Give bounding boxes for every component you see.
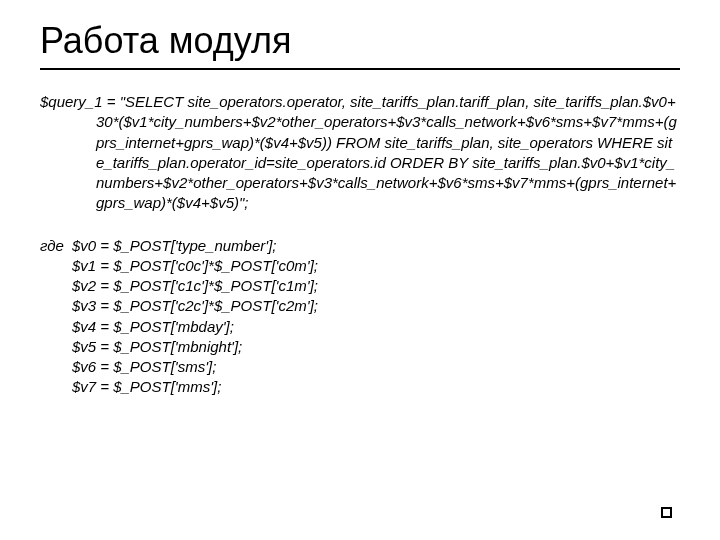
var-line: $v0 = $_POST['type_number']; bbox=[72, 236, 318, 256]
where-label: где bbox=[40, 236, 72, 398]
var-line: $v6 = $_POST['sms']; bbox=[72, 357, 318, 377]
slide-title: Работа модуля bbox=[40, 20, 680, 70]
var-line: $v3 = $_POST['c2c']*$_POST['c2m']; bbox=[72, 296, 318, 316]
where-block: где $v0 = $_POST['type_number']; $v1 = $… bbox=[40, 236, 680, 398]
outline-marker-icon bbox=[661, 507, 672, 518]
var-line: $v4 = $_POST['mbday']; bbox=[72, 317, 318, 337]
var-line: $v1 = $_POST['c0c']*$_POST['c0m']; bbox=[72, 256, 318, 276]
var-line: $v7 = $_POST['mms']; bbox=[72, 377, 318, 397]
query-block: $query_1 = "SELECT site_operators.operat… bbox=[40, 92, 680, 214]
var-lines: $v0 = $_POST['type_number']; $v1 = $_POS… bbox=[72, 236, 318, 398]
slide-content: $query_1 = "SELECT site_operators.operat… bbox=[40, 92, 680, 398]
var-line: $v2 = $_POST['c1c']*$_POST['c1m']; bbox=[72, 276, 318, 296]
var-line: $v5 = $_POST['mbnight']; bbox=[72, 337, 318, 357]
